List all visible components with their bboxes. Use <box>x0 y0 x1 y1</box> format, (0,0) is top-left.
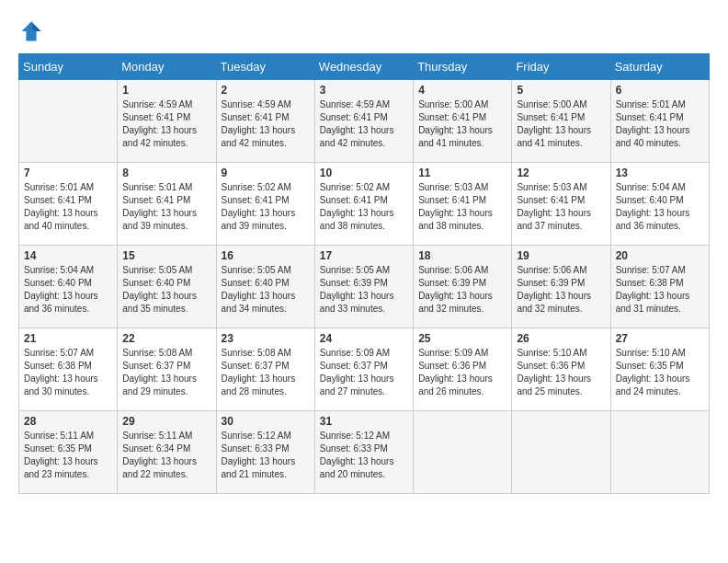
calendar-cell <box>610 411 709 494</box>
weekday-header-row: SundayMondayTuesdayWednesdayThursdayFrid… <box>19 54 710 80</box>
day-info: Sunrise: 5:12 AM Sunset: 6:33 PM Dayligh… <box>222 430 310 481</box>
day-info: Sunrise: 5:02 AM Sunset: 6:41 PM Dayligh… <box>320 181 408 233</box>
day-info: Sunrise: 5:07 AM Sunset: 6:38 PM Dayligh… <box>24 347 112 398</box>
day-info: Sunrise: 5:04 AM Sunset: 6:40 PM Dayligh… <box>616 181 704 233</box>
day-info: Sunrise: 5:09 AM Sunset: 6:36 PM Dayligh… <box>418 347 506 398</box>
day-info: Sunrise: 4:59 AM Sunset: 6:41 PM Dayligh… <box>122 98 210 150</box>
calendar-cell: 1 Sunrise: 4:59 AM Sunset: 6:41 PM Dayli… <box>118 80 216 163</box>
day-number: 18 <box>418 249 506 262</box>
day-info: Sunrise: 5:03 AM Sunset: 6:41 PM Dayligh… <box>517 181 605 233</box>
week-row-2: 7 Sunrise: 5:01 AM Sunset: 6:41 PM Dayli… <box>19 163 710 246</box>
day-info: Sunrise: 4:59 AM Sunset: 6:41 PM Dayligh… <box>222 98 310 150</box>
weekday-header-wednesday: Wednesday <box>314 54 413 80</box>
calendar-cell: 7 Sunrise: 5:01 AM Sunset: 6:41 PM Dayli… <box>19 163 118 246</box>
calendar-cell <box>414 411 512 494</box>
day-info: Sunrise: 5:11 AM Sunset: 6:34 PM Dayligh… <box>122 430 210 481</box>
calendar-cell: 29 Sunrise: 5:11 AM Sunset: 6:34 PM Dayl… <box>118 411 216 494</box>
week-row-5: 28 Sunrise: 5:11 AM Sunset: 6:35 PM Dayl… <box>19 411 710 494</box>
weekday-header-monday: Monday <box>118 54 216 80</box>
day-number: 13 <box>616 167 704 179</box>
calendar-cell: 25 Sunrise: 5:09 AM Sunset: 6:36 PM Dayl… <box>414 328 512 411</box>
day-number: 19 <box>517 249 605 262</box>
calendar-cell <box>19 80 118 163</box>
calendar-cell: 30 Sunrise: 5:12 AM Sunset: 6:33 PM Dayl… <box>216 411 314 494</box>
page-header <box>18 18 710 44</box>
calendar-table: SundayMondayTuesdayWednesdayThursdayFrid… <box>18 53 710 494</box>
calendar-cell: 31 Sunrise: 5:12 AM Sunset: 6:33 PM Dayl… <box>314 411 413 494</box>
calendar-cell: 27 Sunrise: 5:10 AM Sunset: 6:35 PM Dayl… <box>610 328 709 411</box>
day-number: 20 <box>616 249 704 262</box>
calendar-cell: 22 Sunrise: 5:08 AM Sunset: 6:37 PM Dayl… <box>118 328 216 411</box>
calendar-cell: 11 Sunrise: 5:03 AM Sunset: 6:41 PM Dayl… <box>414 163 512 246</box>
day-info: Sunrise: 5:03 AM Sunset: 6:41 PM Dayligh… <box>418 181 506 233</box>
day-info: Sunrise: 5:01 AM Sunset: 6:41 PM Dayligh… <box>24 181 112 233</box>
calendar-cell: 21 Sunrise: 5:07 AM Sunset: 6:38 PM Dayl… <box>19 328 118 411</box>
day-number: 17 <box>320 249 408 262</box>
calendar-cell: 4 Sunrise: 5:00 AM Sunset: 6:41 PM Dayli… <box>414 80 512 163</box>
day-info: Sunrise: 5:00 AM Sunset: 6:41 PM Dayligh… <box>517 98 605 150</box>
calendar-cell: 28 Sunrise: 5:11 AM Sunset: 6:35 PM Dayl… <box>19 411 118 494</box>
day-number: 2 <box>222 84 310 97</box>
day-number: 31 <box>320 415 408 428</box>
day-number: 21 <box>24 332 112 345</box>
day-number: 22 <box>122 332 210 345</box>
day-number: 9 <box>222 167 310 179</box>
calendar-cell: 13 Sunrise: 5:04 AM Sunset: 6:40 PM Dayl… <box>610 163 709 246</box>
day-info: Sunrise: 5:05 AM Sunset: 6:40 PM Dayligh… <box>222 264 310 316</box>
day-info: Sunrise: 5:09 AM Sunset: 6:37 PM Dayligh… <box>320 347 408 398</box>
day-number: 3 <box>320 84 408 97</box>
weekday-header-sunday: Sunday <box>19 54 118 80</box>
day-info: Sunrise: 5:10 AM Sunset: 6:36 PM Dayligh… <box>517 347 605 398</box>
day-info: Sunrise: 5:06 AM Sunset: 6:39 PM Dayligh… <box>517 264 605 316</box>
calendar-cell: 9 Sunrise: 5:02 AM Sunset: 6:41 PM Dayli… <box>216 163 314 246</box>
calendar-cell: 15 Sunrise: 5:05 AM Sunset: 6:40 PM Dayl… <box>118 246 216 328</box>
day-info: Sunrise: 5:01 AM Sunset: 6:41 PM Dayligh… <box>122 181 210 233</box>
calendar-cell: 12 Sunrise: 5:03 AM Sunset: 6:41 PM Dayl… <box>512 163 610 246</box>
day-info: Sunrise: 5:12 AM Sunset: 6:33 PM Dayligh… <box>320 430 408 481</box>
day-number: 5 <box>517 84 605 97</box>
day-info: Sunrise: 5:05 AM Sunset: 6:40 PM Dayligh… <box>122 264 210 316</box>
day-number: 16 <box>222 249 310 262</box>
day-info: Sunrise: 4:59 AM Sunset: 6:41 PM Dayligh… <box>320 98 408 150</box>
logo-icon <box>18 18 44 44</box>
calendar-cell: 3 Sunrise: 4:59 AM Sunset: 6:41 PM Dayli… <box>314 80 413 163</box>
calendar-cell: 20 Sunrise: 5:07 AM Sunset: 6:38 PM Dayl… <box>610 246 709 328</box>
calendar-cell <box>512 411 610 494</box>
day-info: Sunrise: 5:08 AM Sunset: 6:37 PM Dayligh… <box>122 347 210 398</box>
calendar-cell: 8 Sunrise: 5:01 AM Sunset: 6:41 PM Dayli… <box>118 163 216 246</box>
day-info: Sunrise: 5:04 AM Sunset: 6:40 PM Dayligh… <box>24 264 112 316</box>
calendar-cell: 16 Sunrise: 5:05 AM Sunset: 6:40 PM Dayl… <box>216 246 314 328</box>
day-number: 12 <box>517 167 605 179</box>
week-row-3: 14 Sunrise: 5:04 AM Sunset: 6:40 PM Dayl… <box>19 246 710 328</box>
weekday-header-friday: Friday <box>512 54 610 80</box>
day-number: 27 <box>616 332 704 345</box>
day-info: Sunrise: 5:10 AM Sunset: 6:35 PM Dayligh… <box>616 347 704 398</box>
week-row-1: 1 Sunrise: 4:59 AM Sunset: 6:41 PM Dayli… <box>19 80 710 163</box>
day-number: 10 <box>320 167 408 179</box>
day-number: 28 <box>24 415 112 428</box>
day-info: Sunrise: 5:11 AM Sunset: 6:35 PM Dayligh… <box>24 430 112 481</box>
day-number: 29 <box>122 415 210 428</box>
calendar-cell: 6 Sunrise: 5:01 AM Sunset: 6:41 PM Dayli… <box>610 80 709 163</box>
weekday-header-tuesday: Tuesday <box>216 54 314 80</box>
day-number: 8 <box>122 167 210 179</box>
calendar-cell: 2 Sunrise: 4:59 AM Sunset: 6:41 PM Dayli… <box>216 80 314 163</box>
day-number: 11 <box>418 167 506 179</box>
calendar-cell: 17 Sunrise: 5:05 AM Sunset: 6:39 PM Dayl… <box>314 246 413 328</box>
calendar-cell: 10 Sunrise: 5:02 AM Sunset: 6:41 PM Dayl… <box>314 163 413 246</box>
day-number: 7 <box>24 167 112 179</box>
day-info: Sunrise: 5:02 AM Sunset: 6:41 PM Dayligh… <box>222 181 310 233</box>
day-number: 4 <box>418 84 506 97</box>
day-number: 1 <box>122 84 210 97</box>
day-number: 15 <box>122 249 210 262</box>
calendar-cell: 23 Sunrise: 5:08 AM Sunset: 6:37 PM Dayl… <box>216 328 314 411</box>
day-info: Sunrise: 5:00 AM Sunset: 6:41 PM Dayligh… <box>418 98 506 150</box>
calendar-cell: 19 Sunrise: 5:06 AM Sunset: 6:39 PM Dayl… <box>512 246 610 328</box>
svg-marker-1 <box>31 22 41 32</box>
calendar-cell: 14 Sunrise: 5:04 AM Sunset: 6:40 PM Dayl… <box>19 246 118 328</box>
week-row-4: 21 Sunrise: 5:07 AM Sunset: 6:38 PM Dayl… <box>19 328 710 411</box>
weekday-header-saturday: Saturday <box>610 54 709 80</box>
day-info: Sunrise: 5:05 AM Sunset: 6:39 PM Dayligh… <box>320 264 408 316</box>
calendar-cell: 18 Sunrise: 5:06 AM Sunset: 6:39 PM Dayl… <box>414 246 512 328</box>
day-number: 6 <box>616 84 704 97</box>
